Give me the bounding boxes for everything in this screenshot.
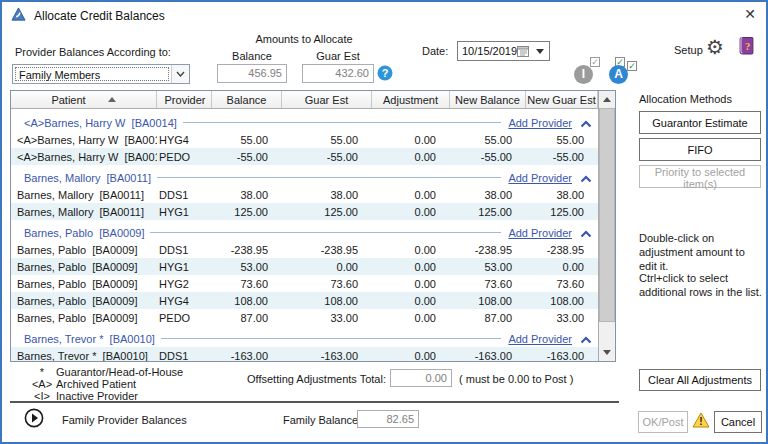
grid-scrollbar[interactable] [598, 91, 615, 361]
guar-est-amount-label: Guar Est [302, 50, 374, 62]
column-header-new-guar-est[interactable]: New Guar Est [526, 91, 598, 108]
group-divider-line [183, 122, 502, 123]
add-provider-link[interactable]: Add Provider [508, 333, 572, 345]
toggle-archived-patients-icon[interactable]: ✓ ✓ A [609, 57, 637, 84]
allocate-credit-balances-dialog: Allocate Credit Balances ✕ Provider Bala… [0, 0, 768, 444]
adjustment-cell[interactable]: 0.00 [372, 134, 450, 146]
column-header-guar-est[interactable]: Guar Est [282, 91, 372, 108]
patient-cell: Barnes, Pablo [BA0009] [11, 295, 157, 307]
column-header-provider[interactable]: Provider [157, 91, 212, 108]
collapse-caret-icon[interactable] [580, 173, 592, 185]
grid-row[interactable]: Barnes, Pablo [BA0009]HYG273.6073.600.00… [11, 275, 598, 292]
svg-text:?: ? [382, 67, 389, 79]
grid-header-row: Patient Provider Balance Guar Est Adjust… [11, 91, 598, 109]
setup-gear-icon[interactable]: ⚙ [706, 35, 724, 59]
provider-cell: HYG2 [157, 278, 212, 290]
patient-cell: <A>Barnes, Harry W [BA0014] [11, 134, 157, 146]
date-label: Date: [422, 45, 448, 57]
cancel-button[interactable]: Cancel [714, 411, 762, 433]
chevron-down-icon[interactable] [171, 65, 189, 83]
add-provider-link[interactable]: Add Provider [508, 117, 572, 129]
guar-est-cell: 38.00 [282, 189, 372, 201]
grid-row[interactable]: Barnes, Pablo [BA0009]PEDO87.0033.000.00… [11, 309, 598, 326]
column-header-balance[interactable]: Balance [212, 91, 282, 108]
manual-book-icon[interactable]: ? [738, 36, 755, 58]
guar-est-amount-field: 432.60 [302, 64, 374, 83]
provider-balances-label: Provider Balances According to: [15, 46, 171, 58]
provider-cell: PEDO [157, 312, 212, 324]
adjustment-cell[interactable]: 0.00 [372, 261, 450, 273]
new-guar-est-cell: 0.00 [526, 261, 598, 273]
patient-group-header: <A>Barnes, Harry W [BA0014]Add Provider [11, 114, 598, 131]
grid-row[interactable]: Barnes, Pablo [BA0009]HYG4108.00108.000.… [11, 292, 598, 309]
offsetting-total-label: Offsetting Adjustments Total: [242, 373, 386, 385]
group-patient-name: Barnes, Mallory [BA0011] [11, 172, 151, 184]
guar-est-cell: 125.00 [282, 206, 372, 218]
add-provider-link[interactable]: Add Provider [508, 227, 572, 239]
clear-all-adjustments-button[interactable]: Clear All Adjustments [639, 369, 761, 391]
adjustment-cell[interactable]: 0.00 [372, 312, 450, 324]
balance-cell: 125.00 [212, 206, 282, 218]
close-icon[interactable]: ✕ [744, 6, 756, 22]
guarantor-estimate-button[interactable]: Guarantor Estimate [639, 111, 761, 134]
credit-balances-grid: Patient Provider Balance Guar Est Adjust… [10, 90, 616, 362]
legend-symbol: * [28, 366, 56, 378]
legend-guarantor: * Guarantor/Head-of-House [28, 366, 183, 378]
hint-ctrl-click-text: Ctrl+click to select additional rows in … [639, 271, 765, 299]
date-dropdown-arrow-icon[interactable] [536, 49, 544, 54]
collapse-caret-icon[interactable] [580, 118, 592, 130]
scroll-down-button[interactable] [599, 344, 615, 361]
grid-row[interactable]: <A>Barnes, Harry W [BA0014]PEDO-55.00-55… [11, 148, 598, 165]
hint-adjustment-text: Double-click on adjustment amount to edi… [639, 231, 765, 273]
column-header-new-balance[interactable]: New Balance [450, 91, 526, 108]
provider-balances-selected-value: Family Members [15, 67, 169, 81]
balance-cell: 53.00 [212, 261, 282, 273]
grid-row[interactable]: Barnes, Pablo [BA0009]HYG153.000.000.005… [11, 258, 598, 275]
grid-row[interactable]: <A>Barnes, Harry W [BA0014]HYG455.0055.0… [11, 131, 598, 148]
balance-cell: 73.60 [212, 278, 282, 290]
adjustment-cell[interactable]: 0.00 [372, 206, 450, 218]
new-guar-est-cell: -238.95 [526, 244, 598, 256]
help-icon[interactable]: ? [377, 65, 393, 83]
add-provider-link[interactable]: Add Provider [508, 172, 572, 184]
scroll-thumb[interactable] [599, 108, 615, 322]
guar-est-cell: 55.00 [282, 134, 372, 146]
collapse-caret-icon[interactable] [580, 228, 592, 240]
adjustment-cell[interactable]: 0.00 [372, 151, 450, 163]
patient-cell: Barnes, Pablo [BA0009] [11, 312, 157, 324]
provider-cell: PEDO [157, 151, 212, 163]
expand-family-balances-button[interactable] [24, 408, 44, 430]
adjustment-cell[interactable]: 0.00 [372, 278, 450, 290]
offsetting-total-field: 0.00 [390, 369, 452, 387]
scroll-up-button[interactable] [599, 91, 615, 108]
toggle-inactive-providers-icon[interactable]: ✓ I [574, 57, 602, 84]
calendar-icon [517, 45, 529, 59]
adjustment-cell[interactable]: 0.00 [372, 295, 450, 307]
setup-label: Setup [674, 44, 703, 56]
patient-cell: <A>Barnes, Harry W [BA0014] [11, 151, 157, 163]
guar-est-cell: -238.95 [282, 244, 372, 256]
new-balance-cell: 87.00 [450, 312, 526, 324]
provider-balances-select[interactable]: Family Members [12, 64, 190, 84]
sort-asc-icon [108, 97, 116, 102]
grid-row[interactable]: Barnes, Mallory [BA0011]DDS138.0038.000.… [11, 186, 598, 203]
grid-row[interactable]: Barnes, Mallory [BA0011]HYG1125.00125.00… [11, 203, 598, 220]
column-header-adjustment[interactable]: Adjustment [372, 91, 450, 108]
group-divider-line [150, 232, 501, 233]
provider-cell: DDS1 [157, 189, 212, 201]
adjustment-cell[interactable]: 0.00 [372, 189, 450, 201]
date-value: 10/15/2019 [462, 45, 517, 57]
patient-cell: Barnes, Pablo [BA0009] [11, 278, 157, 290]
adjustment-cell[interactable]: 0.00 [372, 244, 450, 256]
grid-row[interactable]: Barnes, Trevor * [BA0010]DDS1-163.00-163… [11, 347, 598, 361]
svg-text:?: ? [745, 41, 750, 52]
date-input[interactable]: 10/15/2019 [457, 41, 550, 61]
patient-cell: Barnes, Mallory [BA0011] [11, 206, 157, 218]
patient-cell: Barnes, Trevor * [BA0010] [11, 350, 157, 362]
fifo-button[interactable]: FIFO [639, 138, 761, 161]
collapse-caret-icon[interactable] [580, 334, 592, 346]
grid-row[interactable]: Barnes, Pablo [BA0009]DDS1-238.95-238.95… [11, 241, 598, 258]
adjustment-cell[interactable]: 0.00 [372, 350, 450, 362]
column-header-patient[interactable]: Patient [11, 91, 157, 108]
priority-selected-button: Priority to selected item(s) [639, 165, 761, 188]
